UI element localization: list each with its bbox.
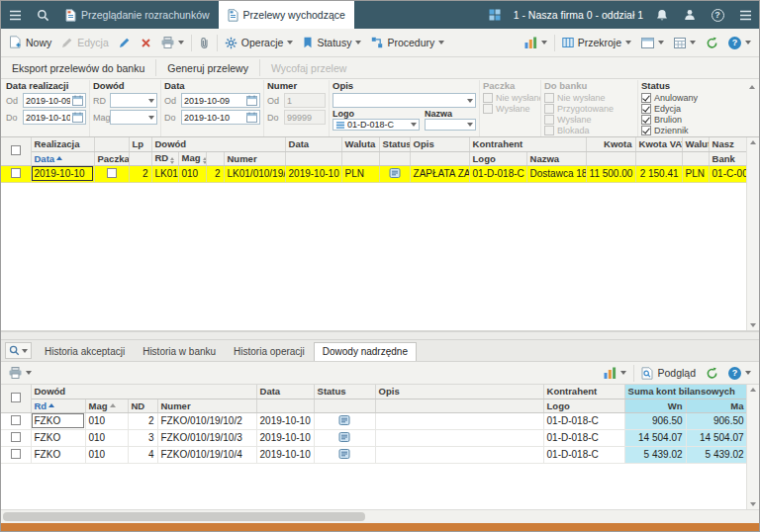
paczka-wyslane-checkbox[interactable]: [483, 104, 493, 114]
col-header-logo[interactable]: Logo: [543, 399, 624, 412]
preview-button[interactable]: Podgląd: [636, 364, 701, 383]
withdraw-transfer-button[interactable]: Wycofaj przelew: [262, 59, 355, 77]
numer-do-input[interactable]: 99999: [284, 110, 326, 125]
nd-cell[interactable]: 3: [128, 429, 157, 446]
status-cell[interactable]: [314, 412, 375, 429]
realizacja-cell[interactable]: 2019-10-10: [31, 165, 94, 182]
bottom-help-button[interactable]: ?: [723, 364, 756, 383]
help-button[interactable]: ?: [704, 1, 731, 29]
toolbar-help-button[interactable]: ?: [723, 34, 756, 52]
bottom-chart-menu-button[interactable]: [599, 364, 631, 382]
rd-combo[interactable]: [110, 93, 157, 108]
operations-menu-button[interactable]: Operacje: [220, 34, 299, 52]
col-header-mag[interactable]: Mag: [85, 399, 128, 412]
tab-historia-w-banku[interactable]: Historia w banku: [134, 342, 225, 361]
mag-cell[interactable]: 010: [85, 446, 128, 463]
opis-cell[interactable]: [375, 429, 543, 446]
opis-cell[interactable]: [375, 412, 543, 429]
data-od-input[interactable]: 2019-10-09: [181, 93, 260, 108]
col-group-dowod[interactable]: Dowód: [31, 385, 256, 399]
opis-combo[interactable]: [332, 93, 476, 108]
row-select-cell[interactable]: [1, 446, 31, 463]
scroll-up-icon[interactable]: [750, 388, 756, 392]
col-group-suma[interactable]: Suma kont bilansowych: [624, 385, 747, 399]
walut-cell[interactable]: PLN: [682, 165, 709, 182]
refresh-button[interactable]: [701, 34, 723, 52]
col-header-ma[interactable]: Ma: [686, 399, 747, 412]
main-grid-vertical-scrollbar[interactable]: [746, 137, 759, 330]
col-header-nazwa[interactable]: Nazwa: [526, 151, 586, 165]
chart-menu-button[interactable]: [520, 34, 552, 51]
statuses-menu-button[interactable]: Statusy: [298, 34, 366, 51]
filter-collapse-button[interactable]: [746, 81, 757, 92]
col-header-data[interactable]: Data: [256, 385, 314, 399]
col-header-mag[interactable]: Mag: [178, 151, 206, 165]
rd-cell[interactable]: FZKO: [31, 446, 85, 463]
bottom-refresh-button[interactable]: [701, 364, 723, 383]
rd-cell[interactable]: FZKO: [31, 412, 85, 429]
scroll-down-icon[interactable]: [750, 323, 756, 327]
bottom-print-button[interactable]: [4, 364, 37, 382]
table-row[interactable]: FZKO 010 3 FZKO/010/19/10/3 2019-10-10 0…: [1, 429, 747, 446]
user-button[interactable]: [676, 1, 704, 29]
status-dziennik-checkbox[interactable]: [641, 126, 651, 135]
col-header-wn[interactable]: Wn: [624, 399, 686, 412]
numer-cell[interactable]: FZKO/010/19/10/4: [157, 446, 256, 463]
row-checkbox[interactable]: [11, 449, 21, 459]
col-header-kwota[interactable]: Kwota: [586, 137, 635, 151]
ma-cell[interactable]: 5 439.02: [686, 446, 747, 463]
opis-cell[interactable]: [375, 446, 543, 463]
select-all-header[interactable]: [1, 137, 31, 165]
generate-transfers-button[interactable]: Generuj przelewy: [158, 59, 257, 77]
paczka-checkbox[interactable]: [107, 168, 117, 178]
select-all-checkbox[interactable]: [11, 393, 21, 402]
procedures-menu-button[interactable]: Procedury: [366, 34, 449, 51]
panel-splitter[interactable]: [1, 331, 759, 340]
col-header-status[interactable]: Status: [314, 385, 375, 399]
numer-od-input[interactable]: 1: [284, 93, 326, 108]
window-menu-button[interactable]: [731, 1, 759, 29]
mag-combo[interactable]: [110, 110, 157, 125]
company-selector[interactable]: 1 - Nasza firma 0 - oddział 1: [509, 1, 648, 29]
ma-cell[interactable]: 906.50: [686, 412, 747, 429]
tab-historia-akceptacji[interactable]: Historia akceptacji: [36, 342, 134, 361]
data-cell[interactable]: 2019-10-10: [256, 446, 314, 463]
row-select-cell[interactable]: [1, 412, 31, 429]
data-do-input[interactable]: 2019-10-10: [181, 110, 260, 125]
status-edycja-checkbox[interactable]: [641, 104, 651, 114]
delete-button[interactable]: [136, 35, 156, 51]
ma-cell[interactable]: 14 504.07: [686, 429, 747, 446]
col-header-status[interactable]: Status: [379, 137, 410, 151]
numer-cell[interactable]: LK01/010/19/2: [224, 165, 285, 182]
rd-cell[interactable]: FZKO: [31, 429, 85, 446]
col-header-logo[interactable]: Logo: [469, 151, 526, 165]
attachments-button[interactable]: [194, 34, 215, 52]
table-row[interactable]: FZKO 010 2 FZKO/010/19/10/2 2019-10-10 0…: [1, 412, 747, 429]
row-select-cell[interactable]: [1, 165, 31, 182]
edit-button[interactable]: Edycja: [56, 34, 114, 51]
logo-cell[interactable]: 01-D-018-C: [543, 446, 624, 463]
data-realizacji-do-input[interactable]: 2019-10-10: [23, 110, 86, 125]
status-brulion-checkbox[interactable]: [641, 115, 651, 125]
apps-grid-button[interactable]: [481, 1, 509, 29]
wn-cell[interactable]: 5 439.02: [624, 446, 686, 463]
data-realizacji-od-input[interactable]: 2019-10-09: [23, 93, 86, 108]
col-header-data[interactable]: Data: [285, 137, 341, 151]
row-checkbox[interactable]: [11, 432, 21, 442]
print-button[interactable]: [156, 34, 189, 51]
paczka-nie-wyslane-checkbox[interactable]: [483, 93, 493, 103]
do-banku-wyslane-checkbox[interactable]: [544, 115, 554, 125]
col-group-dowod[interactable]: Dowód: [151, 137, 285, 151]
nd-cell[interactable]: 4: [128, 446, 157, 463]
edit-document-button[interactable]: [114, 34, 136, 51]
col-header-realizacja-data[interactable]: Data: [31, 151, 94, 165]
status-cell[interactable]: [314, 446, 375, 463]
row-select-cell[interactable]: [1, 429, 31, 446]
kwota-cell[interactable]: 11 500.00: [586, 165, 635, 182]
tab-przegladanie-rozrachunkow[interactable]: Przeglądanie rozrachunków: [56, 1, 219, 29]
col-header-nd[interactable]: ND: [128, 399, 157, 412]
nazwa-cell[interactable]: Dostawca 18: [526, 165, 586, 182]
col-header-nasz-bank[interactable]: Nasz: [709, 137, 747, 151]
do-banku-nie-wyslane-checkbox[interactable]: [544, 93, 554, 103]
nd-cell[interactable]: 2: [128, 412, 157, 429]
